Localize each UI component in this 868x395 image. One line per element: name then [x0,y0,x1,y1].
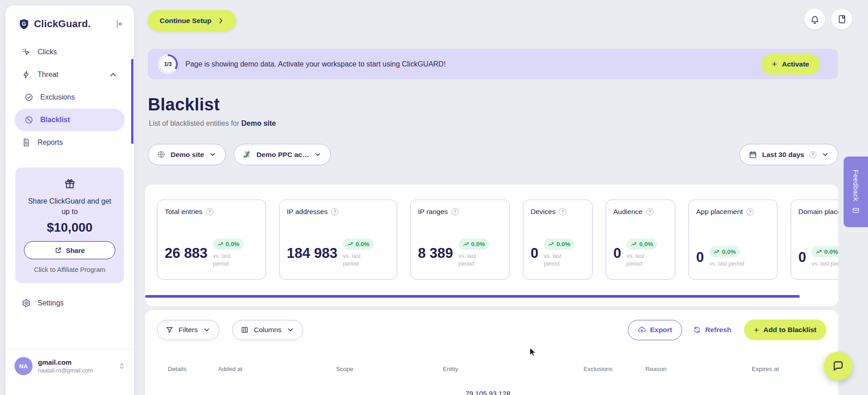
bell-icon [810,14,820,24]
help-icon[interactable]: ? [746,208,754,215]
column-header-added-at[interactable]: Added at [218,366,336,372]
stat-delta-value: 0.0% [824,248,838,255]
chevron-sort-icon [118,362,126,370]
demo-data-banner: 1/3 Page is showing demo data. Activate … [148,49,838,79]
refresh-label: Refresh [705,326,731,334]
stat-card-total-entries: Total entries? 26 883 0.0% vs. last peri… [157,200,266,280]
continue-setup-button[interactable]: Continue Setup [148,10,236,31]
feedback-envelope-icon [852,207,859,214]
date-range-selector[interactable]: Last 30 days ? [740,144,838,165]
date-range-value: Last 30 days [762,151,804,159]
stat-card-domain-placement: Domain placement? 0 0.0% vs. last period [791,200,838,280]
external-link-icon [55,247,62,254]
scope-selectors: Demo site Demo PPC ac… Last 30 days ? [148,144,838,165]
cell-added-at [218,390,336,395]
stat-label: IP ranges [418,208,448,216]
stat-period: vs. last period [459,252,485,268]
sidebar-item-threat[interactable]: Threat [14,63,125,86]
chevron-up-icon [109,70,118,79]
filters-label: Filters [179,326,198,334]
document-icon [22,138,31,147]
add-to-blacklist-label: Add to Blacklist [764,326,816,334]
stat-label: Total entries [165,208,203,216]
globe-icon [157,150,166,159]
page-subtitle-text: List of blacklisted entities for [149,119,239,127]
help-icon[interactable]: ? [206,208,213,215]
user-account-switcher[interactable]: NA gmail.com naatali.ro@gmail.com [5,349,134,375]
stat-delta-badge: 0.0% [709,246,740,257]
notifications-button[interactable] [804,9,825,29]
filters-dropdown[interactable]: Filters [157,320,219,340]
share-button[interactable]: Share [24,241,115,259]
sidebar-item-label: Reports [38,138,63,147]
help-icon[interactable]: ? [646,208,654,215]
logo-text: ClickGuard. [34,18,91,30]
sidebar-item-blacklist[interactable]: Blacklist [14,109,125,131]
setup-progress-value: 1/3 [160,56,176,72]
column-header-expires-at[interactable]: Expires at [752,366,826,372]
gift-icon [64,177,76,190]
table-row[interactable]: 79.105.93.128 [157,390,826,395]
column-header-exclusions[interactable]: Exclusions [583,366,645,372]
stat-value: 8 389 [418,246,453,260]
user-name: gmail.com [38,358,93,366]
stat-period: vs. last period [811,260,838,268]
sidebar-collapse-button[interactable] [114,19,124,29]
affiliate-promo-card: Share ClickGuard and get up to $10,000 S… [15,167,124,283]
calendar-icon [749,150,757,159]
stats-horizontal-scrollbar[interactable] [145,295,800,298]
sidebar-item-settings[interactable]: Settings [22,299,64,308]
stat-delta-value: 0.0% [471,241,485,247]
help-icon[interactable]: ? [331,208,338,215]
chat-bubble-icon [832,360,844,372]
page-title: Blacklist [148,95,220,114]
clickguard-logo-icon: G [18,18,30,30]
feedback-tab[interactable]: Feedback [844,157,868,227]
table-header-row: Details Added at Scope Entity Exclusions… [157,366,826,372]
stat-value: 0 [798,250,806,264]
help-icon[interactable]: ? [451,208,459,215]
stats-row: Total entries? 26 883 0.0% vs. last peri… [145,185,838,280]
column-header-reason[interactable]: Reason [645,366,752,372]
stat-value: 0 [531,246,538,260]
guide-button[interactable] [831,9,852,29]
sidebar-item-label: Exclusions [40,93,75,101]
stat-delta-badge: 0.0% [811,246,838,257]
cell-reason [645,390,752,395]
affiliate-link[interactable]: Click to Affiliate Program [24,266,116,273]
export-button[interactable]: Export [628,320,682,340]
avatar: NA [14,357,33,375]
setup-progress-ring: 1/3 [158,54,178,74]
refresh-icon [693,326,701,334]
add-to-blacklist-button[interactable]: + Add to Blacklist [744,319,826,340]
chat-widget-button[interactable] [824,352,853,381]
ppc-account-selector[interactable]: Demo PPC ac… [234,144,331,165]
column-header-scope[interactable]: Scope [336,366,443,372]
sidebar-item-exclusions[interactable]: Exclusions [14,86,125,109]
stat-delta-value: 0.0% [356,241,370,247]
column-header-details[interactable]: Details [168,366,218,372]
columns-icon [241,326,249,334]
blocked-icon [24,115,33,124]
clickguard-logo: G ClickGuard. [18,18,91,30]
sidebar-scrollbar[interactable] [131,59,133,144]
book-icon [837,14,847,24]
columns-dropdown[interactable]: Columns [232,320,303,340]
sidebar-item-reports[interactable]: Reports [14,131,125,154]
sidebar-item-label: Clicks [38,48,57,56]
activate-button[interactable]: + Activate [761,54,820,75]
site-selector[interactable]: Demo site [148,144,226,165]
cell-details [168,390,218,395]
topbar-actions [804,9,852,29]
chevron-down-icon [821,151,829,158]
sidebar-item-clicks[interactable]: Clicks [14,41,125,63]
column-header-entity[interactable]: Entity [443,366,583,372]
help-icon[interactable]: ? [559,208,566,215]
feedback-label: Feedback [852,170,860,201]
stat-label: Audience [613,208,643,216]
plus-icon: + [754,326,759,334]
refresh-button[interactable]: Refresh [693,326,731,334]
cell-exclusions [583,390,645,395]
table-toolbar: Filters Columns Export [157,319,826,340]
trend-up-icon [217,241,223,247]
